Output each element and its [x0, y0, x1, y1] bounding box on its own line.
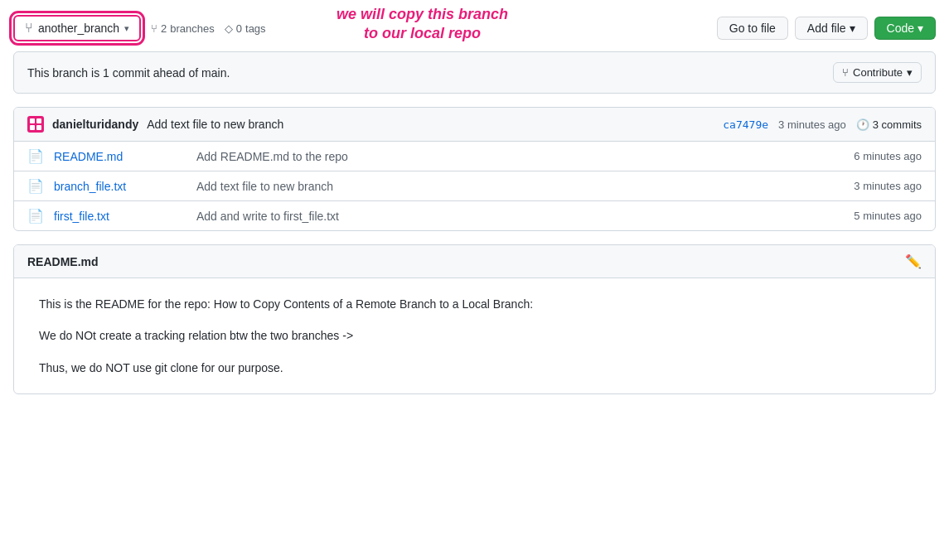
edit-icon[interactable]: ✏️	[905, 253, 922, 269]
code-chevron-icon: ▾	[918, 22, 923, 35]
top-bar-actions: Go to file Add file ▾ Code ▾	[717, 17, 936, 40]
file-icon: 📄	[27, 178, 44, 194]
commit-author[interactable]: danielturidandy	[52, 118, 138, 131]
commits-link[interactable]: 🕐 3 commits	[856, 118, 922, 131]
commit-notice-text: This branch is 1 commit ahead of main.	[27, 66, 230, 80]
tags-link[interactable]: ◇ 0 tags	[225, 22, 266, 35]
readme-body: This is the README for the repo: How to …	[14, 278, 935, 393]
commit-header: danielturidandy Add text file to new bra…	[14, 108, 935, 142]
tags-label: tags	[245, 22, 266, 35]
table-row: 📄 branch_file.txt Add text file to new b…	[14, 171, 935, 201]
file-time: 6 minutes ago	[854, 150, 922, 162]
history-icon: 🕐	[856, 118, 869, 131]
branches-link[interactable]: ⑂ 2 branches	[151, 22, 215, 35]
commit-hash[interactable]: ca7479e	[723, 118, 768, 131]
readme-title: README.md	[27, 255, 99, 268]
branch-selector[interactable]: ⑂ another_branch ▾	[13, 15, 141, 41]
commit-notice: This branch is 1 commit ahead of main. ⑂…	[13, 51, 936, 94]
file-time: 5 minutes ago	[854, 210, 922, 222]
add-file-button[interactable]: Add file ▾	[795, 17, 868, 40]
go-to-file-button[interactable]: Go to file	[717, 17, 788, 40]
contribute-icon: ⑂	[842, 66, 849, 79]
branch-icon: ⑂	[25, 21, 33, 36]
tags-count: 0	[236, 22, 242, 35]
file-icon: 📄	[27, 208, 44, 224]
file-name[interactable]: branch_file.txt	[54, 180, 186, 193]
readme-line-2: We do NOt create a tracking relation btw…	[39, 326, 910, 345]
table-row: 📄 README.md Add README.md to the repo 6 …	[14, 142, 935, 171]
commit-meta: ca7479e 3 minutes ago 🕐 3 commits	[723, 118, 922, 131]
file-icon: 📄	[27, 148, 44, 164]
chevron-down-icon: ▾	[124, 23, 129, 34]
add-file-label: Add file	[807, 22, 846, 35]
annotation-callout: we will copy this branchto our local rep…	[337, 5, 508, 44]
repo-meta: ⑂ 2 branches ◇ 0 tags	[151, 22, 266, 35]
commit-time: 3 minutes ago	[778, 118, 846, 131]
readme-header: README.md ✏️	[14, 245, 935, 278]
readme-line-1: This is the README for the repo: How to …	[39, 295, 910, 313]
file-commit-msg: Add and write to first_file.txt	[196, 210, 844, 223]
file-commit-msg: Add text file to new branch	[196, 180, 844, 193]
branches-label: branches	[170, 22, 214, 35]
file-name[interactable]: first_file.txt	[54, 210, 186, 223]
readme-section: README.md ✏️ This is the README for the …	[13, 244, 936, 394]
table-row: 📄 first_file.txt Add and write to first_…	[14, 201, 935, 230]
file-name[interactable]: README.md	[54, 150, 186, 163]
code-button[interactable]: Code ▾	[874, 17, 936, 40]
commits-count: 3 commits	[873, 118, 922, 131]
branches-icon: ⑂	[151, 22, 157, 35]
readme-line-3: Thus, we do NOT use git clone for our pu…	[39, 359, 910, 377]
avatar	[27, 116, 44, 133]
file-commit-msg: Add README.md to the repo	[196, 150, 844, 163]
contribute-label: Contribute	[853, 66, 903, 79]
add-file-chevron-icon: ▾	[850, 22, 855, 35]
code-label: Code	[887, 22, 914, 35]
contribute-button[interactable]: ⑂ Contribute ▾	[833, 62, 922, 83]
tags-icon: ◇	[225, 22, 233, 35]
branches-count: 2	[161, 22, 167, 35]
commit-message: Add text file to new branch	[147, 118, 283, 131]
file-table: danielturidandy Add text file to new bra…	[13, 107, 936, 231]
branch-name: another_branch	[38, 22, 119, 35]
file-time: 3 minutes ago	[854, 180, 922, 192]
contribute-chevron-icon: ▾	[907, 66, 913, 79]
